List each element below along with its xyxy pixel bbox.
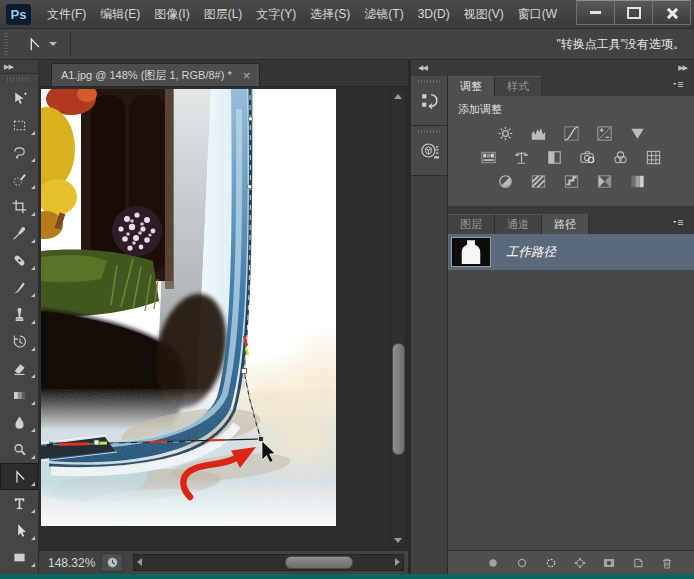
adjustment-icon-grid [448, 123, 694, 191]
curves-icon[interactable] [559, 123, 583, 143]
tab-adjustments[interactable]: 调整 [448, 76, 495, 96]
stroke-path-button[interactable] [513, 554, 530, 571]
gripper [418, 80, 440, 83]
maximize-button[interactable] [614, 0, 653, 25]
tab-layers[interactable]: 图层 [448, 214, 495, 234]
convert-point-tool-icon [25, 35, 43, 53]
tab-channels[interactable]: 通道 [495, 214, 542, 234]
panel-menu-icon[interactable] [668, 218, 688, 230]
paths-tab-bar: 图层通道路径 [448, 214, 694, 234]
photoshop-window: { "titlebar": { "logo": "Ps", "menus": [… [0, 0, 694, 579]
scroll-down-icon[interactable] [394, 538, 402, 543]
canvas[interactable] [39, 87, 408, 550]
eyedropper-tool[interactable] [0, 220, 38, 247]
gradient-tool[interactable] [0, 382, 38, 409]
window-controls [577, 0, 691, 25]
vertical-scroll-thumb[interactable] [392, 343, 405, 455]
selective-color-icon[interactable] [625, 171, 649, 191]
collapse-panels-icon[interactable]: ▶▶ [678, 64, 687, 72]
artwork-image [41, 89, 336, 526]
scroll-right-icon[interactable] [395, 558, 400, 566]
status-info-button[interactable] [101, 553, 123, 572]
image-page[interactable] [41, 89, 336, 526]
color-lookup-icon[interactable] [642, 147, 666, 167]
dodge-tool[interactable] [0, 436, 38, 463]
invert-icon[interactable] [493, 171, 517, 191]
zoom-level[interactable]: 148.32% [48, 556, 95, 570]
toolbox-gripper[interactable] [7, 77, 31, 82]
close-icon[interactable]: × [243, 70, 251, 81]
rectangle-tool[interactable] [0, 544, 38, 571]
menu-item[interactable]: 编辑(E) [93, 0, 147, 28]
path-item[interactable]: 工作路径 [448, 234, 694, 270]
menu-item[interactable]: 文字(Y) [249, 0, 303, 28]
document-tab[interactable]: A1.jpg @ 148% (图层 1, RGB/8#) * × [51, 63, 260, 86]
tab-styles[interactable]: 样式 [495, 76, 542, 96]
menu-item[interactable]: 窗口(W [511, 0, 564, 28]
vertical-scrollbar[interactable] [390, 89, 407, 548]
quick-selection-tool[interactable] [0, 166, 38, 193]
path-from-selection-button[interactable] [571, 554, 588, 571]
type-tool[interactable] [0, 490, 38, 517]
lasso-tool[interactable] [0, 139, 38, 166]
panel-menu-icon[interactable] [668, 80, 688, 92]
menu-item[interactable]: 选择(S) [303, 0, 357, 28]
gradient-map-icon[interactable] [592, 171, 616, 191]
brightness-contrast-icon[interactable] [493, 123, 517, 143]
menu-item[interactable]: 视图(V) [457, 0, 511, 28]
menu-item[interactable]: 滤镜(T) [357, 0, 410, 28]
history-panel-icon [419, 90, 440, 111]
photo-filter-icon[interactable] [576, 147, 600, 167]
adjustments-panel: 调整样式 添加调整 [448, 76, 694, 206]
menu-item[interactable]: 图层(L) [197, 0, 250, 28]
expand-panels-icon[interactable]: ◀◀ [418, 64, 427, 72]
convert-point-tool[interactable] [0, 463, 38, 490]
eraser-tool[interactable] [0, 355, 38, 382]
scroll-left-icon[interactable] [137, 558, 142, 566]
posterize-icon[interactable] [526, 171, 550, 191]
options-gripper[interactable] [4, 33, 8, 55]
path-thumbnail[interactable] [451, 237, 491, 267]
tab-paths[interactable]: 路径 [542, 214, 589, 234]
selection-from-path-button[interactable] [542, 554, 559, 571]
horizontal-scroll-thumb[interactable] [285, 556, 353, 569]
color-balance-icon[interactable] [510, 147, 534, 167]
hue-saturation-icon[interactable] [477, 147, 501, 167]
crop-tool[interactable] [0, 193, 38, 220]
black-white-icon[interactable] [543, 147, 567, 167]
title-bar: Ps 文件(F)编辑(E)图像(I)图层(L)文字(Y)选择(S)滤镜(T)3D… [0, 0, 694, 29]
history-panel-button[interactable] [411, 76, 447, 126]
path-selection-tool[interactable] [0, 517, 38, 544]
menu-item[interactable]: 3D(D) [411, 0, 457, 28]
document-area: A1.jpg @ 148% (图层 1, RGB/8#) * × [39, 60, 408, 574]
new-path-button[interactable] [629, 554, 646, 571]
dock-header: ◀◀ ▶▶ [411, 60, 694, 76]
horizontal-scrollbar[interactable] [133, 554, 404, 571]
menu-item[interactable]: 图像(I) [147, 0, 196, 28]
history-brush-tool[interactable] [0, 328, 38, 355]
maximize-icon [627, 7, 641, 19]
blur-tool[interactable] [0, 409, 38, 436]
fill-path-button[interactable] [484, 554, 501, 571]
toolbox-collapse-icon[interactable]: ▶▶ [0, 60, 38, 74]
spot-healing-brush-tool[interactable] [0, 247, 38, 274]
photoshop-logo: Ps [6, 4, 31, 25]
brush-tool[interactable] [0, 274, 38, 301]
menu-item[interactable]: 文件(F) [40, 0, 93, 28]
gripper [418, 130, 440, 133]
delete-path-button[interactable] [658, 554, 675, 571]
levels-icon[interactable] [526, 123, 550, 143]
3d-panel-button[interactable] [411, 126, 447, 176]
close-button[interactable] [652, 0, 691, 25]
minimize-button[interactable] [576, 0, 615, 25]
scroll-up-icon[interactable] [394, 94, 402, 99]
rectangular-marquee-tool[interactable] [0, 112, 38, 139]
add-layer-mask-button[interactable] [600, 554, 617, 571]
exposure-icon[interactable] [592, 123, 616, 143]
move-tool[interactable] [0, 85, 38, 112]
vibrance-icon[interactable] [625, 123, 649, 143]
tool-preset-picker[interactable] [20, 33, 62, 55]
clone-stamp-tool[interactable] [0, 301, 38, 328]
channel-mixer-icon[interactable] [609, 147, 633, 167]
threshold-icon[interactable] [559, 171, 583, 191]
